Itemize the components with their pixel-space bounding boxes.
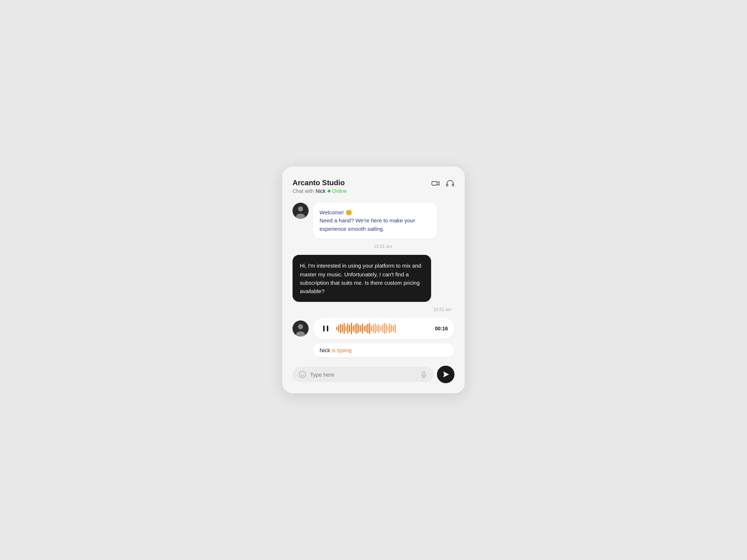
- send-button[interactable]: [437, 366, 454, 383]
- video-camera-button[interactable]: [431, 179, 440, 188]
- svg-rect-1: [446, 184, 448, 186]
- svg-rect-0: [432, 182, 437, 185]
- chat-window: Arcanto Studio Chat with Nick Online: [282, 167, 465, 394]
- mic-button[interactable]: [420, 371, 427, 378]
- message-input[interactable]: [310, 372, 417, 378]
- user-bubble-1: Hi, I'm interested in using your platfor…: [293, 255, 431, 302]
- user-message-1: Hi, I'm interested in using your platfor…: [293, 255, 454, 302]
- agent-avatar-2: [293, 320, 309, 337]
- input-area: [293, 366, 454, 383]
- svg-rect-9: [323, 326, 325, 331]
- chat-header: Arcanto Studio Chat with Nick Online: [293, 178, 454, 194]
- timestamp-2: 10:21 am: [293, 307, 453, 312]
- timestamp-1: 10:21 am: [313, 244, 454, 249]
- emoji-button[interactable]: [298, 370, 306, 378]
- header-info: Arcanto Studio Chat with Nick Online: [293, 178, 347, 194]
- svg-point-4: [298, 206, 303, 211]
- agent-avatar: [293, 203, 309, 219]
- header-actions: [431, 178, 454, 188]
- agent-bubble-1: Welcome! 😊Need a hand? We're here to mak…: [313, 203, 437, 239]
- agent-bubble-text-1: Welcome! 😊Need a hand? We're here to mak…: [320, 209, 430, 233]
- svg-rect-10: [327, 326, 328, 331]
- svg-point-7: [298, 324, 303, 329]
- messages-area: Welcome! 😊Need a hand? We're here to mak…: [293, 203, 454, 363]
- subtitle-prefix: Chat with: [293, 188, 314, 194]
- audio-message-row: 00:16: [293, 318, 454, 339]
- svg-point-13: [303, 374, 304, 374]
- agent-message-1: Welcome! 😊Need a hand? We're here to mak…: [293, 203, 454, 239]
- typing-nick: Nick: [320, 347, 330, 353]
- header-subtitle: Chat with Nick Online: [293, 188, 347, 194]
- online-dot: [328, 190, 330, 192]
- svg-point-12: [301, 374, 302, 374]
- svg-rect-14: [423, 372, 425, 375]
- audio-bubble: 00:16: [313, 318, 454, 339]
- app-title: Arcanto Studio: [293, 178, 347, 187]
- pause-button[interactable]: [320, 322, 332, 335]
- typing-text: is typing: [332, 347, 352, 353]
- svg-point-11: [299, 371, 306, 378]
- input-wrapper: [293, 367, 433, 382]
- typing-indicator: Nick is typing: [313, 343, 454, 357]
- svg-rect-2: [452, 184, 454, 186]
- agent-name: Nick: [316, 188, 325, 194]
- audio-duration: 00:16: [435, 326, 448, 331]
- online-label: Online: [332, 188, 347, 194]
- user-bubble-text-1: Hi, I'm interested in using your platfor…: [300, 261, 424, 295]
- headset-button[interactable]: [446, 179, 454, 188]
- audio-waveform: [336, 323, 430, 334]
